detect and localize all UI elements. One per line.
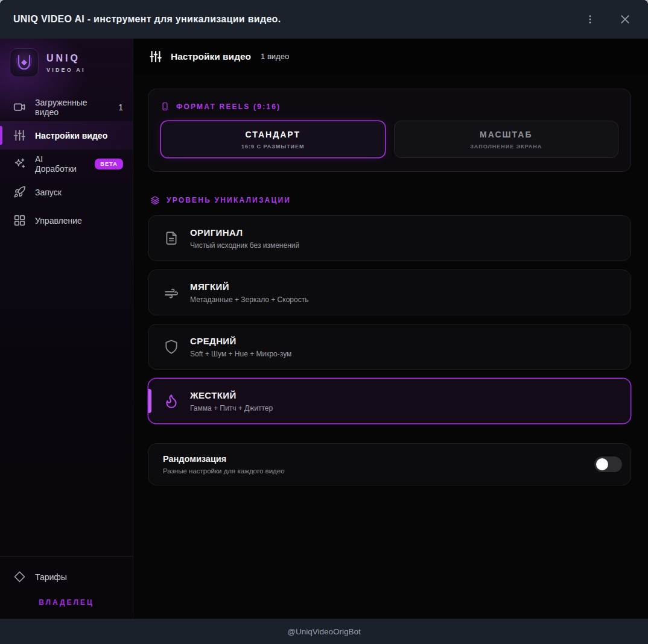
level-subtitle: Чистый исходник без изменений xyxy=(190,241,299,250)
format-section-title-row: ФОРМАТ REELS (9:16) xyxy=(160,102,618,111)
level-card-text: ЖЕСТКИЙ Гамма + Питч + Джиттер xyxy=(190,390,273,412)
sliders-icon xyxy=(149,50,162,63)
level-subtitle: Метаданные + Зеркало + Скорость xyxy=(190,295,308,304)
logo-subtitle: VIDEO AI xyxy=(46,67,86,73)
titlebar: UNIQ VIDEO AI - инструмент для уникализа… xyxy=(0,0,648,39)
diamond-icon xyxy=(13,570,26,583)
file-text-icon xyxy=(164,230,179,246)
app-window: UNIQ VIDEO AI - инструмент для уникализа… xyxy=(0,0,648,644)
randomization-title: Рандомизация xyxy=(163,454,285,464)
bot-username: @UniqVideoOrigBot xyxy=(287,627,361,636)
format-options: СТАНДАРТ 16:9 С РАЗМЫТИЕМ МАСШТАБ ЗАПОЛН… xyxy=(160,121,618,158)
sidebar-item-ai-enhancements[interactable]: AI Доработки BETA xyxy=(0,150,133,178)
level-card-original[interactable]: ОРИГИНАЛ Чистый исходник без изменений xyxy=(148,215,631,261)
wind-icon xyxy=(164,285,179,300)
format-option-subtitle: 16:9 С РАЗМЫТИЕМ xyxy=(241,144,305,150)
content-header: Настройки видео 1 видео xyxy=(133,39,648,74)
video-count-badge: 1 видео xyxy=(261,52,289,61)
grid-icon xyxy=(13,214,26,227)
sparkles-icon xyxy=(13,157,26,170)
shield-icon xyxy=(164,339,179,355)
close-button[interactable] xyxy=(618,12,632,27)
randomization-card: Рандомизация Разные настройки для каждог… xyxy=(148,443,631,485)
sidebar-item-video-settings[interactable]: Настройки видео xyxy=(0,121,133,150)
sidebar-item-tariffs[interactable]: Тарифы xyxy=(0,563,133,591)
more-options-button[interactable] xyxy=(583,12,597,27)
randomization-subtitle: Разные настройки для каждого видео xyxy=(163,467,285,475)
sidebar-item-uploaded-videos[interactable]: Загруженные видео 1 xyxy=(0,93,133,121)
sidebar-item-label: Управление xyxy=(35,216,82,226)
footer: @UniqVideoOrigBot xyxy=(0,619,648,644)
format-section-card: ФОРМАТ REELS (9:16) СТАНДАРТ 16:9 С РАЗМ… xyxy=(148,89,631,172)
kebab-menu-icon xyxy=(585,14,596,25)
level-subtitle: Гамма + Питч + Джиттер xyxy=(190,404,273,412)
logo-name: UNIQ xyxy=(46,53,86,64)
toggle-knob xyxy=(596,458,608,470)
logo-text: UNIQ VIDEO AI xyxy=(46,53,86,73)
owner-role-label: ВЛАДЕЛЕЦ xyxy=(0,591,133,619)
content-body: ФОРМАТ REELS (9:16) СТАНДАРТ 16:9 С РАЗМ… xyxy=(133,74,648,619)
format-option-subtitle: ЗАПОЛНЕНИЕ ЭКРАНА xyxy=(470,144,542,150)
sidebar-item-label: AI Доработки xyxy=(35,154,78,174)
level-title: ОРИГИНАЛ xyxy=(190,227,299,238)
sidebar-bottom: Тарифы ВЛАДЕЛЕЦ xyxy=(0,556,133,619)
sidebar-item-label: Загруженные видео xyxy=(35,98,103,117)
smartphone-icon xyxy=(160,102,170,111)
video-camera-icon xyxy=(13,101,26,113)
sidebar-item-label: Тарифы xyxy=(35,572,67,582)
level-card-hard[interactable]: ЖЕСТКИЙ Гамма + Питч + Джиттер xyxy=(148,378,631,424)
level-title: МЯГКИЙ xyxy=(190,282,308,292)
level-card-medium[interactable]: СРЕДНИЙ Soft + Шум + Hue + Микро-зум xyxy=(148,324,631,370)
uniq-logo-icon xyxy=(10,48,39,77)
sidebar-item-management[interactable]: Управление xyxy=(0,206,133,235)
sidebar-item-label: Настройки видео xyxy=(35,131,107,140)
level-title: СРЕДНИЙ xyxy=(190,336,291,346)
page-title: Настройки видео xyxy=(171,51,251,62)
sliders-icon xyxy=(13,129,26,142)
window-title: UNIQ VIDEO AI - инструмент для уникализа… xyxy=(13,14,281,25)
main-content: Настройки видео 1 видео ФОРМАТ REELS (9:… xyxy=(133,39,648,619)
format-option-title: МАСШТАБ xyxy=(480,130,532,139)
level-card-text: МЯГКИЙ Метаданные + Зеркало + Скорость xyxy=(190,282,308,304)
format-option-standard[interactable]: СТАНДАРТ 16:9 С РАЗМЫТИЕМ xyxy=(160,121,386,158)
level-card-text: СРЕДНИЙ Soft + Шум + Hue + Микро-зум xyxy=(190,336,291,358)
level-subtitle: Soft + Шум + Hue + Микро-зум xyxy=(190,350,291,358)
app-logo: UNIQ VIDEO AI xyxy=(0,39,133,89)
randomization-toggle[interactable] xyxy=(594,456,622,472)
levels-section-title-row: УРОВЕНЬ УНИКАЛИЗАЦИИ xyxy=(150,195,631,205)
randomization-text: Рандомизация Разные настройки для каждог… xyxy=(163,454,285,475)
rocket-icon xyxy=(13,186,26,198)
close-icon xyxy=(619,13,631,25)
flame-icon xyxy=(164,393,179,409)
sidebar-item-label: Запуск xyxy=(35,188,62,197)
sidebar: UNIQ VIDEO AI Загруженные видео 1 Нас xyxy=(0,39,133,619)
main-row: UNIQ VIDEO AI Загруженные видео 1 Нас xyxy=(0,39,648,619)
level-card-soft[interactable]: МЯГКИЙ Метаданные + Зеркало + Скорость xyxy=(148,270,631,315)
format-option-scale[interactable]: МАСШТАБ ЗАПОЛНЕНИЕ ЭКРАНА xyxy=(394,121,619,158)
levels-section-title: УРОВЕНЬ УНИКАЛИЗАЦИИ xyxy=(167,196,291,204)
level-title: ЖЕСТКИЙ xyxy=(190,390,273,400)
uploaded-videos-count: 1 xyxy=(118,103,123,112)
sidebar-nav: Загруженные видео 1 Настройки видео AI Д… xyxy=(0,93,133,235)
sidebar-item-launch[interactable]: Запуск xyxy=(0,178,133,206)
titlebar-actions xyxy=(583,12,632,27)
beta-badge: BETA xyxy=(95,159,123,169)
layers-icon xyxy=(150,195,160,205)
format-option-title: СТАНДАРТ xyxy=(246,130,300,139)
level-card-text: ОРИГИНАЛ Чистый исходник без изменений xyxy=(190,227,299,250)
format-section-title: ФОРМАТ REELS (9:16) xyxy=(176,103,281,111)
